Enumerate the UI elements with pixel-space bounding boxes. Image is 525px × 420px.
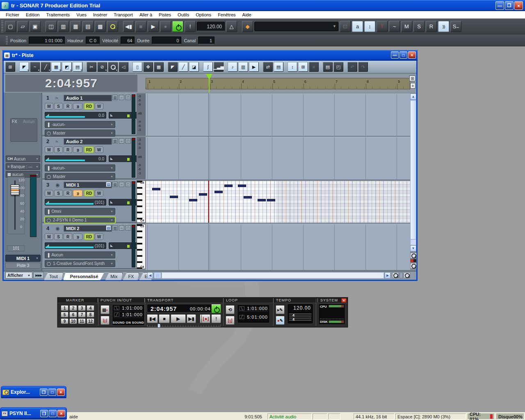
offset-mode-button[interactable]: ⊺ — [377, 21, 388, 32]
input-echo-button[interactable]: ))) — [73, 190, 82, 196]
maximize-button[interactable]: □ — [399, 51, 407, 59]
minimize-track-icon[interactable]: – — [119, 95, 124, 100]
write-automation-button[interactable]: W — [95, 190, 103, 196]
event-list-view-button[interactable]: ▦ — [70, 21, 81, 32]
window-option-button[interactable]: ◰ — [333, 62, 343, 72]
undo-button[interactable]: ↶ — [347, 62, 357, 72]
slider-thumb[interactable] — [158, 324, 160, 328]
menu-item-aller[interactable]: Aller à — [136, 12, 155, 18]
microscope-button[interactable]: ∫ — [203, 62, 213, 72]
pattern-tool-button[interactable]: ▤▾ — [73, 62, 82, 72]
track-name[interactable]: Audio 2 — [64, 138, 112, 145]
velocity-view-button[interactable]: ▥ — [238, 62, 248, 72]
marker-add-button[interactable]: ⊡ — [340, 21, 351, 32]
zoom-slider[interactable] — [399, 272, 403, 278]
close-button[interactable]: × — [57, 388, 65, 396]
grid-layout-icon[interactable]: ⊞ — [409, 75, 415, 81]
midi-note[interactable] — [199, 193, 207, 196]
menu-item-pistes[interactable]: Pistes — [155, 12, 174, 18]
zoom-out-horizontal-button[interactable] — [392, 272, 399, 278]
stop-button[interactable]: ■ — [159, 314, 170, 323]
envelope-mode-button[interactable]: ~ — [389, 21, 400, 32]
open-file-button[interactable]: ▱ — [17, 21, 28, 32]
fader-knob[interactable] — [11, 185, 19, 195]
input-dropdown[interactable]: ▐Omni▼ — [45, 208, 115, 215]
menu-item-edition[interactable]: Edition — [23, 12, 43, 18]
time-ruler[interactable]: 123456789 — [146, 78, 410, 89]
clip-lane-midi1-pianoroll[interactable] — [146, 180, 410, 223]
maximize-button[interactable]: ❐ — [505, 1, 514, 10]
loop-end-time[interactable]: 5:01:000 — [247, 315, 268, 320]
fit-tracks-button[interactable]: ▯ — [132, 62, 142, 72]
minimize-track-icon[interactable]: – — [119, 225, 124, 231]
record-button[interactable]: ● — [160, 21, 171, 32]
save-file-button[interactable]: ▣ — [30, 21, 41, 32]
fade-tool-button[interactable]: ◩▾ — [62, 62, 72, 72]
loop-ruler-button[interactable]: ⌊ꞁ⌋ — [226, 316, 235, 325]
volume-slider[interactable]: ◢(101) — [45, 199, 106, 205]
track-name[interactable]: MIDI 2 — [64, 225, 112, 232]
midi-note[interactable] — [258, 199, 266, 201]
toolbar-grip[interactable] — [1, 21, 3, 32]
time-display[interactable]: 2:04:957 — [5, 75, 137, 92]
midi-note[interactable] — [170, 196, 178, 198]
menu-item-transport[interactable]: Transport — [110, 12, 136, 18]
expand-icon[interactable]: + — [410, 83, 415, 89]
step3-tool-button[interactable]: ◪ — [189, 62, 199, 72]
menu-item-vues[interactable]: Vues — [73, 12, 90, 18]
snap-grid-button[interactable]: ▦▾ — [51, 62, 61, 72]
full-fit-button[interactable]: ⊞ — [298, 62, 308, 72]
minimize-button[interactable]: — — [495, 1, 504, 10]
input-echo-all-button[interactable]: ))) — [438, 21, 449, 32]
midi-note[interactable] — [267, 199, 275, 201]
app-titlebar[interactable]: ♪ tr - SONAR 7 Producer Edition Trial — … — [0, 0, 525, 11]
clip-marker-button[interactable]: ▶ — [249, 62, 259, 72]
midi-layers-icon[interactable]: ▤ — [106, 225, 111, 231]
track-name[interactable]: MIDI 1 — [64, 182, 112, 188]
pan-thumb[interactable] — [127, 201, 130, 204]
solo-button[interactable]: S — [54, 190, 63, 196]
midi-note[interactable] — [244, 196, 252, 199]
scroll-down-button[interactable]: ▼ — [410, 245, 416, 251]
zoom-fit-button[interactable] — [410, 259, 417, 262]
input-echo-button[interactable]: ))) — [73, 233, 82, 240]
tempo-insert-button[interactable]: ▸✎ — [276, 305, 285, 314]
volume-fader[interactable] — [7, 177, 25, 234]
horizontal-scrollbar[interactable] — [162, 272, 384, 278]
film-view-button[interactable]: ▦ — [154, 62, 164, 72]
midi-note[interactable] — [189, 199, 197, 201]
output-dropdown[interactable]: ◯2-PSYN II Demo 1▼ — [44, 217, 116, 224]
tempo-value[interactable]: 120.00 — [293, 305, 311, 311]
midi-note[interactable] — [238, 185, 246, 187]
read-automation-button[interactable]: RD — [84, 103, 94, 110]
arm-button[interactable]: R — [64, 146, 72, 153]
play-button[interactable]: ▶ — [171, 314, 186, 323]
marker-1-button[interactable]: 1 — [61, 305, 68, 311]
split-tool-button[interactable]: ✂ — [87, 62, 96, 72]
solo-all-button[interactable]: S — [413, 21, 425, 32]
scroll-right-button[interactable]: ▶ — [385, 272, 390, 278]
widen-tracks-button[interactable]: ⇄ — [263, 62, 273, 72]
toolbar-grip[interactable] — [6, 36, 8, 45]
tab-fx[interactable]: FX — [123, 272, 139, 280]
midi-note[interactable] — [224, 185, 233, 187]
velocity-field[interactable]: 64 — [121, 37, 135, 44]
punch-in-time[interactable]: 1:01:000 — [122, 306, 143, 310]
marker-12-button[interactable]: 12 — [87, 318, 94, 324]
punch-out-time[interactable]: 1:01:000 — [122, 312, 143, 317]
write-automation-button[interactable]: W — [95, 103, 103, 110]
meter-options-button[interactable]: ▁▃▅ — [214, 62, 224, 72]
close-button[interactable]: × — [514, 1, 523, 10]
mute-button[interactable]: M — [45, 190, 53, 196]
step2-tool-button[interactable]: ╱ — [178, 62, 188, 72]
metronome-button[interactable]: △ — [226, 21, 237, 32]
pan-thumb[interactable] — [127, 158, 130, 161]
output-dropdown[interactable]: ◯Master▼ — [45, 130, 115, 137]
minimized-psyn-window[interactable]: FX PSYN II... ❐ □ × — [0, 407, 67, 420]
solo-mute-button[interactable]: S₌ — [450, 21, 461, 32]
select-tool-button[interactable]: ◤▾ — [19, 62, 29, 72]
expand-arrows-button[interactable]: ▶▶▶ — [33, 272, 44, 278]
marker-5-button[interactable]: 5 — [61, 312, 68, 317]
punch-record-button[interactable]: ⌊●⌋ — [201, 314, 210, 323]
lanes-icon[interactable]: ▥ — [112, 138, 118, 144]
